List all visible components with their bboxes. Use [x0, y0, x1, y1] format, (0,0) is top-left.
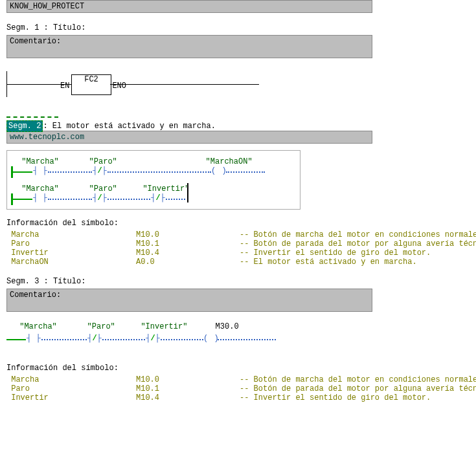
fc-call-block: FC2 EN ENO — [6, 71, 369, 110]
fc-eno-label: ENO — [112, 82, 126, 91]
sym-addr: M10.4 — [136, 248, 240, 257]
wire — [41, 339, 87, 340]
fc-box[interactable]: FC2 EN ENO — [71, 74, 111, 95]
segment-1-title: Segm. 1 : Título: — [6, 23, 470, 32]
sym-addr: M10.1 — [136, 384, 240, 393]
contact-nc[interactable]: ┤/├ — [87, 334, 102, 344]
wire — [161, 339, 203, 340]
contact-nc[interactable]: ┤/├ — [92, 193, 108, 204]
sym-name: Paro — [6, 384, 136, 393]
ladder-network-box[interactable]: "Marcha" "Paro" "MarchaON" ┤ ├ ┤/├ ( ) "… — [6, 150, 300, 210]
sym-name: Invertir — [6, 248, 136, 257]
sym-addr: M10.0 — [136, 230, 240, 239]
contact-nc[interactable]: ┤/├ — [150, 193, 166, 204]
wire — [102, 339, 145, 340]
rung1-label-marcha: "Marcha" — [11, 157, 69, 166]
rung3-label-paro: "Paro" — [72, 322, 130, 331]
know-how-protect-text: KNOW_HOW_PROTECT — [10, 2, 84, 11]
segment-3-comment-box: Comentario: — [6, 289, 372, 312]
wire — [48, 171, 92, 173]
divider — [6, 116, 58, 118]
wire — [48, 199, 92, 200]
sym-desc: -- Botón de marcha del motor en condicio… — [240, 230, 476, 239]
know-how-protect-bar: KNOW_HOW_PROTECT — [6, 0, 372, 13]
rung3-label-marcha: "Marcha" — [9, 322, 67, 331]
wire — [226, 171, 265, 173]
contact-nc[interactable]: ┤/├ — [145, 334, 161, 344]
rung3-labels: "Marcha" "Paro" "Invertir" M30.0 — [9, 322, 470, 331]
symbol-table-1: Marcha M10.0 -- Botón de marcha del moto… — [6, 230, 470, 267]
sym-desc: -- El motor está activado y en marcha. — [240, 257, 476, 267]
sym-name: Marcha — [6, 230, 136, 239]
wire — [13, 199, 32, 200]
rung3-label-invertir: "Invertir" — [135, 322, 193, 331]
wire — [218, 339, 276, 340]
segment-2-url-box: www.tecnoplc.com — [6, 131, 372, 144]
fc-en-label: EN — [60, 82, 69, 91]
rung1-label-marchaon: "MarchaON" — [200, 157, 258, 166]
segment-2-url: www.tecnoplc.com — [10, 133, 84, 142]
segment-2-header: Segm. 2: El motor está activado y en mar… — [6, 122, 470, 131]
rung3[interactable]: ┤ ├ ┤/├ ┤/├ ( ) — [6, 334, 369, 345]
sym-desc: -- Invertir el sentido de giro del motor… — [240, 248, 476, 257]
coil-output[interactable]: ( ) — [211, 166, 227, 175]
symbol-info-heading: Información del símbolo: — [6, 219, 470, 228]
rung2-label-paro: "Paro" — [74, 184, 132, 193]
sym-name: MarchaON — [6, 257, 136, 267]
sym-addr: M10.0 — [136, 375, 240, 384]
sym-addr: M10.4 — [136, 393, 240, 402]
sym-name: Invertir — [6, 393, 136, 402]
sym-desc: -- Invertir el sentido de giro del motor… — [240, 393, 476, 402]
fc-name: FC2 — [72, 75, 111, 84]
rung2-labels: "Marcha" "Paro" "Invertir" — [11, 184, 296, 193]
segment-2-badge[interactable]: Segm. 2 — [6, 120, 43, 132]
sym-desc: -- Botón de parada del motor por alguna … — [240, 239, 476, 248]
sym-name: Paro — [6, 239, 136, 248]
rung1[interactable]: ┤ ├ ┤/├ ( ) — [11, 166, 296, 178]
segment-3-title: Segm. 3 : Título: — [6, 277, 470, 286]
rung2[interactable]: ┤ ├ ┤/├ ┤/├ — [11, 193, 296, 205]
segment-3-comment-label: Comentario: — [10, 290, 61, 300]
rung1-label-paro: "Paro" — [74, 157, 132, 166]
sym-desc: -- Botón de marcha del motor en condicio… — [240, 375, 476, 384]
coil-output[interactable]: ( ) — [203, 334, 220, 343]
rung3-label-out: M30.0 — [198, 322, 256, 331]
contact-no[interactable]: ┤ ├ — [32, 193, 48, 204]
sym-desc: -- Botón de parada del motor por alguna … — [240, 384, 476, 393]
contact-no[interactable]: ┤ ├ — [32, 166, 48, 177]
contact-nc[interactable]: ┤/├ — [92, 166, 108, 177]
symbol-info-heading-2: Información del símbolo: — [6, 364, 470, 373]
wire-right — [110, 84, 259, 85]
sym-addr: M10.1 — [136, 239, 240, 248]
rung1-labels: "Marcha" "Paro" "MarchaON" — [11, 157, 296, 166]
segment-1-comment-label: Comentario: — [10, 37, 61, 46]
wire — [166, 199, 185, 200]
sym-addr: A0.0 — [136, 257, 240, 267]
symbol-table-2: Marcha M10.0 -- Botón de marcha del moto… — [6, 375, 470, 402]
rung2-label-marcha: "Marcha" — [11, 184, 69, 193]
wire — [108, 199, 150, 200]
branch-end-icon — [187, 183, 188, 203]
wire — [108, 171, 211, 173]
contact-no[interactable]: ┤ ├ — [26, 334, 41, 344]
wire — [6, 339, 26, 340]
sym-name: Marcha — [6, 375, 136, 384]
segment-2-title: : El motor está activado y en marcha. — [43, 122, 215, 131]
segment-1-comment-box: Comentario: — [6, 35, 372, 58]
wire — [13, 171, 32, 173]
rung2-label-invertir: "Invertir" — [137, 184, 195, 193]
